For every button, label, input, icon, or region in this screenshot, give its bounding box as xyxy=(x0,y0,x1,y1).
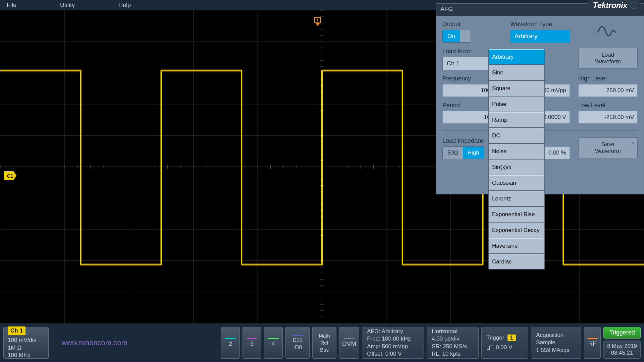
low-level-label: Low Level xyxy=(578,102,638,109)
impedance-50-option[interactable]: 50Ω xyxy=(443,147,463,159)
low-level-input[interactable]: -250.00 mV xyxy=(578,111,638,124)
waveform-option-exponential-decay[interactable]: Exponential Decay xyxy=(489,223,544,238)
output-off-option[interactable] xyxy=(460,30,471,42)
trigger-marker-icon[interactable]: T xyxy=(314,17,321,23)
afg-info-offset: Offset: 0.00 V xyxy=(367,350,419,358)
waveform-option-arbitrary[interactable]: Arbitrary xyxy=(489,49,544,65)
acq-count: 1.559 MAcqs xyxy=(536,347,576,354)
ch1-coupling: 1M Ω xyxy=(8,344,44,352)
channel-1-button[interactable]: Ch 1 100 mV/div 1M Ω 100 MHz xyxy=(3,327,49,359)
waveform-option-gaussian[interactable]: Gaussian xyxy=(489,175,544,191)
save-waveform-button[interactable]: SaveWaveform ↗ xyxy=(578,137,638,158)
acq-mode: Sample xyxy=(536,339,576,346)
waveform-option-pulse[interactable]: Pulse xyxy=(489,97,544,112)
trigger-level: 0.00 V xyxy=(496,344,512,351)
load-waveform-button[interactable]: LoadWaveform xyxy=(578,48,638,69)
menu-help[interactable]: Help xyxy=(118,2,131,9)
impedance-high-option[interactable]: High xyxy=(463,147,484,159)
trigger-source-badge: 1 xyxy=(507,335,516,341)
ch1-scale: 100 mV/div xyxy=(8,337,44,344)
channel-4-button[interactable]: 4 xyxy=(264,327,283,359)
horizontal-info-box[interactable]: Horizontal 4.00 µs/div SR: 250 MS/s RL: … xyxy=(427,327,479,359)
waveform-type-value: Arbitrary xyxy=(515,33,537,40)
waveform-preview-icon xyxy=(578,21,638,38)
rising-edge-icon xyxy=(486,345,494,350)
output-on-option[interactable]: On xyxy=(443,30,460,42)
waveform-option-exponential-rise[interactable]: Exponential Rise xyxy=(489,207,544,223)
load-impedance-toggle[interactable]: 50Ω High xyxy=(442,146,484,159)
output-toggle[interactable]: On xyxy=(442,30,471,43)
menu-file[interactable]: File xyxy=(7,2,16,9)
waveform-option-square[interactable]: Square xyxy=(489,81,544,97)
acquisition-info-box[interactable]: Acquisition Sample 1.559 MAcqs xyxy=(531,327,581,359)
acq-title: Acquisition xyxy=(536,331,576,339)
channel-2-button[interactable]: 2 xyxy=(221,327,240,359)
waveform-option-haversine[interactable]: Haversine xyxy=(489,238,544,254)
bottom-bar: Ch 1 100 mV/div 1M Ω 100 MHz www.tehenco… xyxy=(0,323,644,362)
waveform-option-sin-x-x[interactable]: Sin(x)/x xyxy=(489,160,544,175)
horiz-rl: RL: 10 kpts xyxy=(432,350,474,358)
triggered-button[interactable]: Triggered xyxy=(603,327,641,339)
datetime-display: 8 May 2019 08:45:21 xyxy=(603,341,641,359)
waveform-option-lorentz[interactable]: Lorentz xyxy=(489,191,544,207)
output-label: Output xyxy=(442,21,502,28)
waveform-option-noise[interactable]: Noise xyxy=(489,144,544,160)
dvm-button[interactable]: DVM xyxy=(339,327,359,359)
rf-button[interactable]: RF xyxy=(584,327,601,359)
afg-info-amp: Amp: 500 mVpp xyxy=(367,343,419,350)
afg-info-box[interactable]: AFG: Arbitrary Freq: 100.00 kHz Amp: 500… xyxy=(362,327,424,359)
external-icon: ↗ xyxy=(631,140,635,145)
waveform-option-ramp[interactable]: Ramp xyxy=(489,112,544,128)
horiz-scale: 4.00 µs/div xyxy=(432,335,474,343)
afg-info-title: AFG: Arbitrary xyxy=(367,328,419,335)
waveform-type-select[interactable]: Arbitrary ▼ xyxy=(510,30,570,43)
ch1-bandwidth: 100 MHz xyxy=(8,352,44,359)
waveform-option-sine[interactable]: Sine xyxy=(489,65,544,81)
afg-info-freq: Freq: 100.00 kHz xyxy=(367,335,419,343)
menu-utility[interactable]: Utility xyxy=(60,2,75,9)
math-ref-bus-button[interactable]: Math Ref Bus xyxy=(312,327,336,359)
waveform-option-dc[interactable]: DC xyxy=(489,128,544,144)
trigger-info-box[interactable]: Trigger 1 0.00 V xyxy=(481,327,528,359)
waveform-type-dropdown[interactable]: ArbitrarySineSquarePulseRampDCNoiseSin(x… xyxy=(488,49,545,269)
high-level-input[interactable]: 250.00 mV xyxy=(578,84,638,97)
ch1-name: Ch 1 xyxy=(8,326,25,335)
load-from-value: Ch 1 xyxy=(447,60,460,67)
channel-3-button[interactable]: 3 xyxy=(243,327,261,359)
digital-channels-button[interactable]: D15 -D0 xyxy=(285,327,310,359)
high-level-label: High Level xyxy=(578,75,638,82)
waveform-option-cardiac[interactable]: Cardiac xyxy=(489,254,544,269)
horiz-title: Horizontal xyxy=(432,328,474,335)
trigger-title: Trigger xyxy=(486,335,504,341)
dropdown-arrow-icon: ▼ xyxy=(561,34,566,39)
waveform-type-label: Waveform Type xyxy=(510,21,570,28)
horiz-sr: SR: 250 MS/s xyxy=(432,343,474,350)
brand-logo: Tektronixi xyxy=(584,0,641,11)
watermark-text: www.tehencom.com xyxy=(61,339,127,347)
